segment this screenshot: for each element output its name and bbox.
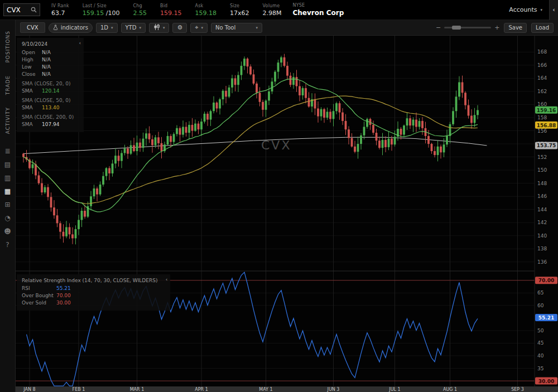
chart-area[interactable]: 1361381401421441461481501521541561581601… [16,36,558,392]
chevron-left-icon: ‹ [552,6,555,13]
apps-grid-icon[interactable]: ⊞ [3,200,13,209]
range-dropdown[interactable]: YTD ▾ [121,23,146,33]
legend-row-open: OpenN/A [22,50,79,55]
svg-text:159.16: 159.16 [537,108,556,113]
quote-field-company: NYSE Chevron Corp [292,3,344,17]
price-and-rsi-chart[interactable]: 1361381401421441461481501521541561581601… [16,36,558,392]
journal-icon[interactable]: ▤ [3,160,13,169]
collapse-panel-button[interactable]: ‹ [549,0,558,20]
follow-icon[interactable]: ☻ [3,227,13,236]
svg-text:158: 158 [537,115,547,120]
indicators-button[interactable]: indicators [49,23,93,33]
chart-settings-button[interactable]: ⚙ [172,23,187,33]
sidebar-tabs: POSITIONSTRADEACTIVITY [5,25,11,140]
quote-field-volume: Volume2.98M [262,3,281,17]
svg-text:AUG 1: AUG 1 [443,387,457,392]
svg-text:142: 142 [537,220,547,225]
rsi-legend-collapse-icon[interactable]: ‹ [166,277,168,282]
crosshair-dropdown[interactable]: ⌖ ▾ [190,23,208,33]
svg-text:MAY 1: MAY 1 [259,387,272,392]
quote-field-iv-rank: IV Rank63.7 [51,3,69,17]
svg-text:55.21: 55.21 [538,315,554,321]
header-right: Accounts ▾ ‹ [509,0,558,20]
svg-text:FEB 1: FEB 1 [73,387,85,392]
svg-text:156: 156 [537,128,547,134]
sidebar-tab-activity[interactable]: ACTIVITY [5,101,11,140]
zoom-in-button[interactable]: + [494,24,499,31]
legend-row-sma: SMA113.40 [22,105,79,110]
zoom-slider[interactable] [444,27,491,28]
svg-text:162: 162 [537,89,547,94]
legend-row-high: HighN/A [22,57,79,62]
quote-field-chg: Chg2.55 [133,3,147,17]
svg-text:35: 35 [537,366,543,371]
sidebar-icons: ≣▤▥▦⊞◔☻? [3,147,13,249]
timeframe-dropdown[interactable]: 1D ▾ [96,23,118,33]
svg-text:30.00: 30.00 [538,379,554,384]
legend-collapse-icon[interactable]: ‹ [79,40,81,46]
svg-text:148: 148 [537,181,547,186]
quotes-icon[interactable]: ▥ [3,173,13,182]
rsi-legend: ‹ Relative Strength Index (14, 70, 30, C… [17,274,170,311]
svg-text:136: 136 [537,259,547,265]
timeframe-value: 1D [100,25,108,31]
svg-text:140: 140 [537,233,547,239]
flask-icon [53,25,58,31]
svg-text:150: 150 [537,167,547,173]
sidebar-tab-positions[interactable]: POSITIONS [5,25,11,69]
save-button[interactable]: Save [504,23,527,33]
svg-text:168: 168 [537,49,547,55]
chart-style-dropdown[interactable]: ▾ [149,23,170,33]
svg-text:144: 144 [537,207,547,212]
chevron-down-icon: ▾ [139,26,141,30]
svg-text:164: 164 [537,75,547,81]
legend-row-sma: SMA120.14 [22,88,79,94]
chart-symbol-tab[interactable]: CVX [20,22,45,33]
charts-icon[interactable]: ▦ [3,187,13,196]
chart-toolbar: CVX indicators 1D ▾ YTD ▾ [16,20,558,36]
svg-text:JUL 1: JUL 1 [388,387,400,392]
zoom-control: − + [436,24,499,31]
study-header: SMA (CLOSE, 20, 0) [22,81,79,86]
svg-text:50: 50 [537,328,544,333]
quote-field-ask: Ask159.18 [195,3,217,17]
chart-watermark: CVX [261,138,291,152]
svg-text:45: 45 [537,340,543,346]
quote-field-bid: Bid159.15 [160,3,182,17]
candlestick-icon [153,24,160,31]
trading-platform-window: IV Rank63.7Last / Size159.15 /100Chg2.55… [0,0,558,392]
svg-text:40: 40 [537,353,544,359]
drawing-tool-dropdown[interactable]: No Tool ▾ [211,23,262,33]
svg-text:APR 1: APR 1 [195,387,208,392]
legend-row-sma: SMA107.94 [22,122,79,127]
load-button[interactable]: Load [531,23,554,33]
accounts-menu[interactable]: Accounts ▾ [509,6,542,13]
watchlist-icon[interactable]: ≣ [3,147,13,156]
exchange-label: NYSE [292,3,344,8]
history-icon[interactable]: ◔ [3,214,13,222]
crosshair-icon: ⌖ [195,25,198,31]
quote-strip: IV Rank63.7Last / Size159.15 /100Chg2.55… [51,3,281,17]
indicators-label: indicators [61,25,88,31]
zoom-out-button[interactable]: − [436,24,441,31]
help-icon[interactable]: ? [3,240,13,249]
time-axis-bar[interactable] [16,386,558,392]
svg-text:65: 65 [537,290,543,296]
zoom-slider-handle[interactable] [452,26,461,30]
symbol-search-input[interactable] [7,6,29,14]
legend-date: 9/10/2024 [22,41,79,47]
svg-text:SEP 3: SEP 3 [511,387,524,392]
price-chart-legend: ‹ 9/10/2024 OpenN/AHighN/ALowN/ACloseN/A… [17,38,84,132]
legend-row-over-sold: Over Sold30.00 [22,300,165,306]
symbol-search-box[interactable] [3,3,40,16]
chevron-down-icon: ▾ [201,26,204,30]
sidebar-tab-trade[interactable]: TRADE [5,69,11,101]
chevron-down-icon: ▾ [111,26,113,30]
rsi-legend-title: Relative Strength Index (14, 70, 30, CLO… [22,278,165,283]
quote-header: IV Rank63.7Last / Size159.15 /100Chg2.55… [0,0,558,20]
quote-field-last-size: Last / Size159.15 /100 [83,3,120,17]
svg-text:70.00: 70.00 [538,278,554,283]
svg-text:MAR 1: MAR 1 [130,387,145,392]
legend-row-close: CloseN/A [22,71,79,77]
company-name: Chevron Corp [292,9,344,17]
